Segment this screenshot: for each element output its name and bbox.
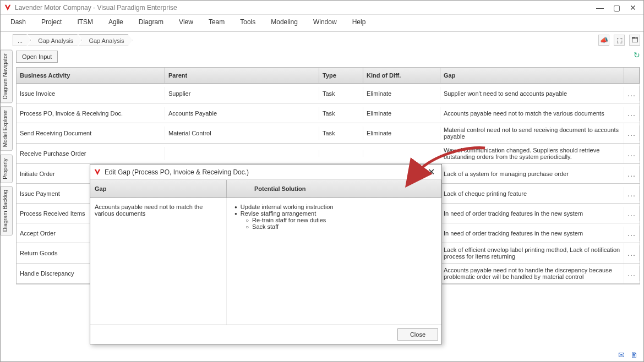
menu-diagram[interactable]: Diagram: [139, 18, 163, 26]
window-close-button[interactable]: ✕: [625, 1, 641, 15]
side-tab-property[interactable]: Property: [1, 155, 13, 183]
row-more-button[interactable]: ...: [624, 125, 640, 141]
dialog-footer: Close: [90, 325, 441, 344]
cell-parent: [165, 150, 319, 157]
status-bar: ✉ 🗎: [1, 348, 643, 361]
dialog-body: Accounts payable need not to match the v…: [90, 198, 441, 325]
cell-kind: Eliminate: [363, 87, 440, 100]
breadcrumb-bar: ... Gap Analysis Gap Analysis 📣 ⬚ 🗔: [13, 32, 643, 48]
minimize-button[interactable]: —: [592, 1, 608, 15]
cell-gap: Way of communication changed. Suppliers …: [440, 144, 624, 163]
row-more-button[interactable]: ...: [624, 106, 640, 121]
cell-activity: Send Receiving Document: [17, 127, 165, 140]
side-tab-diagram-navigator[interactable]: Diagram Navigator: [1, 50, 13, 103]
table-row[interactable]: Receive Purchase OrderWay of communicati…: [17, 144, 640, 164]
col-type[interactable]: Type: [319, 68, 363, 83]
cell-parent: Supplier: [165, 87, 319, 100]
solution-item[interactable]: Update internal working instruction: [234, 204, 437, 210]
dialog-header-row: Gap Potential Solution: [90, 180, 441, 198]
cell-gap: Accounts payable need not to handle the …: [440, 264, 624, 283]
dialog-col-gap: Gap: [90, 180, 227, 198]
menu-itsm[interactable]: ITSM: [77, 18, 93, 26]
table-row[interactable]: Send Receiving DocumentMaterial ControlT…: [17, 123, 640, 144]
dialog-titlebar: Edit Gap (Process PO, Invoice & Receivin…: [90, 164, 441, 180]
cell-kind: Eliminate: [363, 127, 440, 140]
side-tab-diagram-backlog[interactable]: Diagram Backlog: [1, 186, 13, 235]
cell-type: Task: [319, 127, 363, 140]
cell-gap: Supplier won't need to send accounts pay…: [440, 87, 624, 100]
col-gap[interactable]: Gap: [440, 68, 624, 83]
row-more-button[interactable]: ...: [624, 206, 640, 221]
grid-header: Business Activity Parent Type Kind of Di…: [17, 68, 640, 84]
menu-agile[interactable]: Agile: [108, 18, 123, 26]
breadcrumb-item-1[interactable]: Gap Analysis: [28, 34, 81, 46]
cell-gap: In need of order tracking features in th…: [440, 207, 624, 220]
cell-type: Task: [319, 87, 363, 100]
dialog-close-footer-button[interactable]: Close: [397, 328, 438, 341]
cell-gap: Accounts payable need not to match the v…: [440, 107, 624, 120]
cell-type: Task: [319, 107, 363, 120]
menu-project[interactable]: Project: [41, 18, 62, 26]
dialog-title: Edit Gap (Process PO, Invoice & Receivin…: [105, 168, 249, 176]
cell-parent: Accounts Payable: [165, 107, 319, 120]
cell-kind: Eliminate: [363, 107, 440, 120]
window-title: Lavender Motor Compnay - Visual Paradigm…: [15, 1, 177, 15]
titlebar: Lavender Motor Compnay - Visual Paradigm…: [1, 1, 643, 15]
row-more-button[interactable]: ...: [624, 166, 640, 182]
side-tab-model-explorer[interactable]: Model Explorer: [1, 106, 13, 151]
menubar: Dash Project ITSM Agile Diagram View Tea…: [1, 15, 643, 32]
edit-gap-dialog: Edit Gap (Process PO, Invoice & Receivin…: [90, 164, 442, 344]
cell-gap: Lack of a system for managing purchase o…: [440, 167, 624, 180]
row-more-button[interactable]: ...: [624, 266, 640, 281]
cell-activity: Receive Purchase Order: [17, 147, 165, 160]
vp-logo-icon: [4, 4, 12, 12]
table-row[interactable]: Issue InvoiceSupplierTaskEliminateSuppli…: [17, 84, 640, 103]
cell-type: [319, 150, 363, 157]
cell-gap: Lack of efficient envelop label printing…: [440, 243, 624, 263]
side-tabs: Diagram Navigator Model Explorer Propert…: [1, 48, 13, 347]
row-more-button[interactable]: ...: [624, 226, 640, 241]
solution-subitem[interactable]: Sack staff: [234, 223, 437, 230]
breadcrumb-item-2[interactable]: Gap Analysis: [78, 34, 132, 46]
table-row[interactable]: Process PO, Invoice & Receiving Doc.Acco…: [17, 103, 640, 123]
breadcrumb: ... Gap Analysis Gap Analysis: [16, 34, 133, 46]
col-more: [624, 68, 640, 83]
cell-activity: Issue Invoice: [17, 87, 165, 100]
announce-icon[interactable]: 📣: [598, 35, 609, 46]
dialog-gap-text[interactable]: Accounts payable need not to match the v…: [90, 198, 227, 325]
vp-logo-icon: [94, 168, 101, 176]
cell-gap: Material control need not to send receiv…: [440, 123, 624, 143]
cell-gap: In need of order tracking features in th…: [440, 227, 624, 240]
cell-kind: [363, 150, 440, 157]
fit-icon[interactable]: ⬚: [614, 35, 625, 46]
row-more-button[interactable]: ...: [624, 146, 640, 161]
refresh-icon[interactable]: ↻: [634, 51, 640, 59]
solution-item[interactable]: Revise staffing arrangement: [234, 210, 437, 217]
menu-team[interactable]: Team: [209, 18, 225, 26]
breadcrumb-root[interactable]: ...: [13, 34, 31, 46]
col-parent[interactable]: Parent: [165, 68, 319, 83]
cell-gap: Lack of cheque printing feature: [440, 187, 624, 200]
row-more-button[interactable]: ...: [624, 245, 640, 261]
note-icon[interactable]: 🗎: [630, 350, 638, 359]
mail-icon[interactable]: ✉: [618, 350, 625, 359]
new-window-icon[interactable]: 🗔: [629, 35, 640, 46]
col-kind[interactable]: Kind of Diff.: [363, 68, 440, 83]
solution-subitem[interactable]: Re-train staff for new duties: [234, 217, 437, 223]
menu-modeling[interactable]: Modeling: [271, 18, 298, 26]
row-more-button[interactable]: ...: [624, 186, 640, 201]
menu-view[interactable]: View: [179, 18, 193, 26]
menu-window[interactable]: Window: [313, 18, 337, 26]
cell-parent: Material Control: [165, 127, 319, 140]
dialog-col-solution: Potential Solution: [227, 180, 441, 198]
menu-tools[interactable]: Tools: [240, 18, 255, 26]
cell-activity: Process PO, Invoice & Receiving Doc.: [17, 107, 165, 120]
menu-help[interactable]: Help: [352, 18, 366, 26]
dialog-solution-list[interactable]: Update internal working instruction Revi…: [227, 198, 441, 325]
col-activity[interactable]: Business Activity: [17, 68, 165, 83]
dialog-close-button[interactable]: ✕: [424, 167, 438, 177]
open-input-button[interactable]: Open Input: [16, 51, 58, 63]
row-more-button[interactable]: ...: [624, 86, 640, 101]
menu-dash[interactable]: Dash: [10, 18, 26, 26]
maximize-button[interactable]: ▢: [608, 1, 625, 15]
